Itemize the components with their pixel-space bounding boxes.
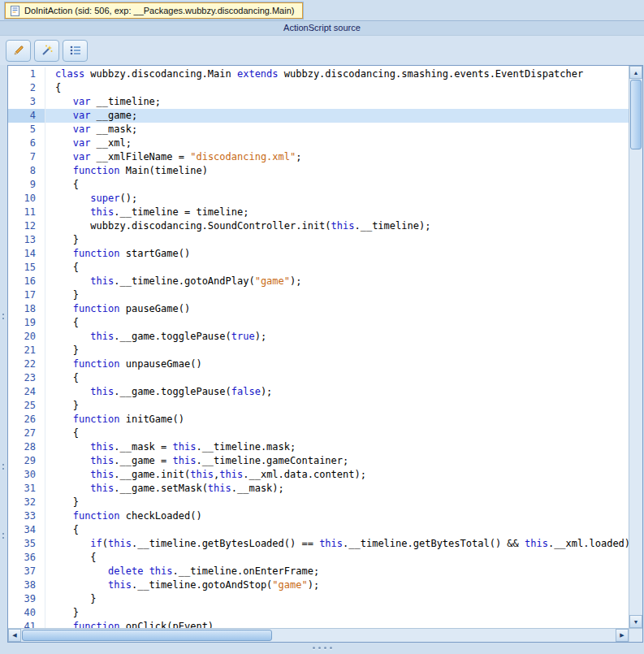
code-line[interactable]: 20 this.__game.togglePause(true); xyxy=(8,330,629,344)
code-line[interactable]: 33 function checkLoaded() xyxy=(8,509,629,523)
line-number: 19 xyxy=(8,316,45,330)
code-text: this.__timeline.gotoAndPlay("game"); xyxy=(45,275,629,288)
code-text: this.__game.togglePause(true); xyxy=(45,330,629,344)
code-line[interactable]: 9 { xyxy=(8,178,629,192)
code-text: } xyxy=(45,399,629,413)
code-line[interactable]: 23 { xyxy=(8,371,629,385)
scroll-up-button[interactable]: ▲ xyxy=(629,66,642,79)
line-number: 1 xyxy=(8,67,45,81)
code-line[interactable]: 39 } xyxy=(8,592,629,606)
tab-bar: DoInitAction (sid: 506, exp: __Packages.… xyxy=(0,0,644,20)
vertical-scroll-track[interactable] xyxy=(629,79,642,615)
code-line[interactable]: 40 } xyxy=(8,606,629,620)
line-number: 8 xyxy=(8,164,45,178)
horizontal-scrollbar[interactable]: ◀ ▶ xyxy=(8,629,629,642)
line-number: 41 xyxy=(8,620,45,628)
code-line[interactable]: 38 this.__timeline.gotoAndStop("game"); xyxy=(8,578,629,592)
code-line[interactable]: 28 this.__mask = this.__timeline.mask; xyxy=(8,440,629,454)
line-number: 4 xyxy=(8,109,45,123)
code-text: } xyxy=(45,288,629,302)
panel-header: ActionScript source xyxy=(0,20,644,36)
code-line[interactable]: 6 var __xml; xyxy=(8,136,629,150)
code-line[interactable]: 10 super(); xyxy=(8,192,629,206)
decompiler-window: DoInitAction (sid: 506, exp: __Packages.… xyxy=(0,0,644,654)
code-text: function pauseGame() xyxy=(45,302,629,316)
code-line[interactable]: 5 var __mask; xyxy=(8,123,629,136)
code-line[interactable]: 12 wubbzy.discodancing.SoundController.i… xyxy=(8,219,629,233)
code-line[interactable]: 32 } xyxy=(8,496,629,509)
line-number: 24 xyxy=(8,385,45,399)
code-line[interactable]: 29 this.__game = this.__timeline.gameCon… xyxy=(8,454,629,468)
code-line[interactable]: 8 function Main(timeline) xyxy=(8,164,629,178)
code-text: } xyxy=(45,592,629,606)
code-line[interactable]: 41 function onClick(pEvent) xyxy=(8,620,629,628)
code-text: } xyxy=(45,233,629,247)
left-splitter-grip xyxy=(2,314,5,322)
code-text: var __xmlFileName = "discodancing.xml"; xyxy=(45,150,629,164)
line-number: 7 xyxy=(8,150,45,164)
code-line[interactable]: 36 { xyxy=(8,551,629,565)
code-line[interactable]: 11 this.__timeline = timeline; xyxy=(8,206,629,219)
code-line[interactable]: 7 var __xmlFileName = "discodancing.xml"… xyxy=(8,150,629,164)
code-line[interactable]: 27 { xyxy=(8,427,629,440)
code-text: wubbzy.discodancing.SoundController.init… xyxy=(45,219,629,233)
code-text: this.__game.togglePause(false); xyxy=(45,385,629,399)
code-line[interactable]: 24 this.__game.togglePause(false); xyxy=(8,385,629,399)
magic-wand-button[interactable] xyxy=(34,40,59,62)
code-line[interactable]: 21 } xyxy=(8,344,629,357)
code-rows[interactable]: 1class wubbzy.discodancing.Main extends … xyxy=(8,66,629,628)
code-line[interactable]: 18 function pauseGame() xyxy=(8,302,629,316)
code-line[interactable]: 30 this.__game.init(this,this.__xml.data… xyxy=(8,468,629,482)
code-text: this.__game.setMask(this.__mask); xyxy=(45,482,629,496)
edit-button[interactable] xyxy=(6,40,31,62)
code-line[interactable]: 37 delete this.__timeline.onEnterFrame; xyxy=(8,565,629,578)
code-text: { xyxy=(45,81,629,95)
code-text: var __game; xyxy=(45,109,629,123)
code-line[interactable]: 26 function initGame() xyxy=(8,413,629,427)
left-splitter-grip xyxy=(2,464,5,472)
code-line[interactable]: 13 } xyxy=(8,233,629,247)
scrollbar-corner xyxy=(629,629,642,642)
code-line[interactable]: 15 { xyxy=(8,261,629,275)
code-line[interactable]: 19 { xyxy=(8,316,629,330)
code-line[interactable]: 22 function unpauseGmae() xyxy=(8,357,629,371)
line-number: 26 xyxy=(8,413,45,427)
line-number: 18 xyxy=(8,302,45,316)
tab-title: DoInitAction (sid: 506, exp: __Packages.… xyxy=(24,6,294,15)
code-line[interactable]: 16 this.__timeline.gotoAndPlay("game"); xyxy=(8,275,629,288)
code-line[interactable]: 3 var __timeline; xyxy=(8,95,629,109)
code-line[interactable]: 14 function startGame() xyxy=(8,247,629,261)
code-text: this.__mask = this.__timeline.mask; xyxy=(45,440,629,454)
code-text: { xyxy=(45,523,629,537)
scroll-right-button[interactable]: ▶ xyxy=(616,629,629,642)
code-line[interactable]: 34 { xyxy=(8,523,629,537)
tab-doinitaction[interactable]: DoInitAction (sid: 506, exp: __Packages.… xyxy=(5,2,303,19)
line-number: 13 xyxy=(8,233,45,247)
code-text: function Main(timeline) xyxy=(45,164,629,178)
source-editor: 1class wubbzy.discodancing.Main extends … xyxy=(7,65,643,643)
vertical-scrollbar[interactable]: ▲ ▼ xyxy=(629,66,642,628)
code-line[interactable]: 17 } xyxy=(8,288,629,302)
scroll-left-button[interactable]: ◀ xyxy=(8,629,21,642)
line-number: 15 xyxy=(8,261,45,275)
list-button[interactable] xyxy=(63,40,88,62)
code-text: function startGame() xyxy=(45,247,629,261)
code-line[interactable]: 35 if(this.__timeline.getBytesLoaded() =… xyxy=(8,537,629,551)
horizontal-scroll-thumb[interactable] xyxy=(22,630,272,641)
code-text: function initGame() xyxy=(45,413,629,427)
code-text: var __xml; xyxy=(45,136,629,150)
code-line[interactable]: 2{ xyxy=(8,81,629,95)
splitter-handle[interactable] xyxy=(313,647,332,649)
line-number: 36 xyxy=(8,551,45,565)
horizontal-scroll-track[interactable] xyxy=(21,629,616,642)
scroll-down-button[interactable]: ▼ xyxy=(629,615,642,628)
code-line[interactable]: 1class wubbzy.discodancing.Main extends … xyxy=(8,67,629,81)
vertical-scroll-thumb[interactable] xyxy=(630,80,642,149)
code-line[interactable]: 25 } xyxy=(8,399,629,413)
code-line[interactable]: 4 var __game; xyxy=(8,109,629,123)
line-number: 39 xyxy=(8,592,45,606)
code-text: { xyxy=(45,178,629,192)
line-number: 35 xyxy=(8,537,45,551)
line-number: 3 xyxy=(8,95,45,109)
code-line[interactable]: 31 this.__game.setMask(this.__mask); xyxy=(8,482,629,496)
